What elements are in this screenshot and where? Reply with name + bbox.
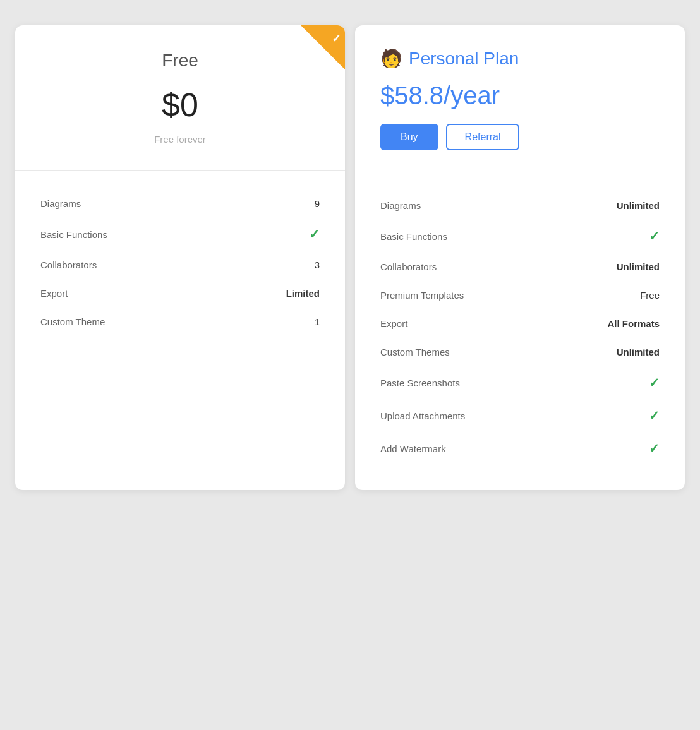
feature-row: Add Watermark✓ [380, 432, 660, 465]
feature-row: Custom ThemesUnlimited [380, 338, 660, 366]
feature-row: Upload Attachments✓ [380, 399, 660, 432]
free-plan-header: Free $0 Free forever [15, 25, 345, 170]
feature-name: Basic Functions [380, 231, 447, 242]
feature-name: Paste Screenshots [380, 378, 460, 388]
feature-name: Add Watermark [380, 443, 446, 454]
feature-name: Export [40, 288, 68, 299]
free-plan-features: Diagrams9Basic Functions✓Collaborators3E… [15, 171, 345, 361]
free-plan-title: Free [40, 51, 320, 71]
feature-name: Upload Attachments [380, 410, 465, 421]
feature-row: Premium TemplatesFree [380, 281, 660, 309]
personal-plan-features: DiagramsUnlimitedBasic Functions✓Collabo… [355, 172, 685, 490]
personal-plan-actions: Buy Referral [380, 124, 660, 150]
feature-row: CollaboratorsUnlimited [380, 253, 660, 281]
free-plan-card: ✓ Free $0 Free forever Diagrams9Basic Fu… [15, 25, 345, 490]
feature-value: ✓ [649, 408, 660, 423]
referral-button[interactable]: Referral [446, 124, 520, 150]
feature-value: ✓ [649, 375, 660, 390]
feature-value: Free [640, 290, 660, 301]
feature-row: Paste Screenshots✓ [380, 366, 660, 399]
feature-name: Collaborators [40, 260, 97, 270]
feature-row: Collaborators3 [40, 251, 320, 279]
plans-container: ✓ Free $0 Free forever Diagrams9Basic Fu… [15, 25, 685, 490]
feature-name: Basic Functions [40, 229, 107, 240]
feature-value: Limited [286, 288, 320, 299]
feature-value: 9 [315, 198, 320, 209]
feature-value: 3 [315, 260, 320, 270]
feature-value: ✓ [649, 229, 660, 244]
feature-row: Custom Theme1 [40, 308, 320, 336]
personal-plan-header: 🧑 Personal Plan $58.8/year Buy Referral [355, 25, 685, 172]
buy-button[interactable]: Buy [380, 124, 438, 150]
feature-name: Premium Templates [380, 290, 464, 301]
personal-plan-title-row: 🧑 Personal Plan [380, 48, 660, 69]
feature-value: Unlimited [617, 200, 660, 211]
feature-row: Diagrams9 [40, 189, 320, 218]
free-plan-price: $0 [40, 86, 320, 124]
feature-value: ✓ [309, 227, 320, 242]
feature-row: ExportLimited [40, 279, 320, 308]
feature-row: ExportAll Formats [380, 309, 660, 338]
feature-name: Export [380, 318, 407, 329]
feature-name: Custom Themes [380, 347, 450, 357]
personal-plan-title: Personal Plan [409, 49, 519, 69]
feature-value: Unlimited [617, 347, 660, 357]
feature-name: Collaborators [380, 261, 437, 272]
personal-plan-icon: 🧑 [380, 48, 402, 69]
personal-plan-card: 🧑 Personal Plan $58.8/year Buy Referral … [355, 25, 685, 490]
feature-name: Diagrams [40, 198, 81, 209]
feature-value: ✓ [649, 441, 660, 456]
free-plan-subtitle: Free forever [40, 134, 320, 145]
feature-value: 1 [315, 316, 320, 327]
personal-plan-price: $58.8/year [380, 81, 660, 110]
feature-name: Custom Theme [40, 316, 105, 327]
feature-row: Basic Functions✓ [380, 220, 660, 253]
feature-row: Basic Functions✓ [40, 218, 320, 251]
feature-name: Diagrams [380, 200, 421, 211]
feature-row: DiagramsUnlimited [380, 191, 660, 220]
feature-value: All Formats [607, 318, 660, 329]
feature-value: Unlimited [617, 261, 660, 272]
